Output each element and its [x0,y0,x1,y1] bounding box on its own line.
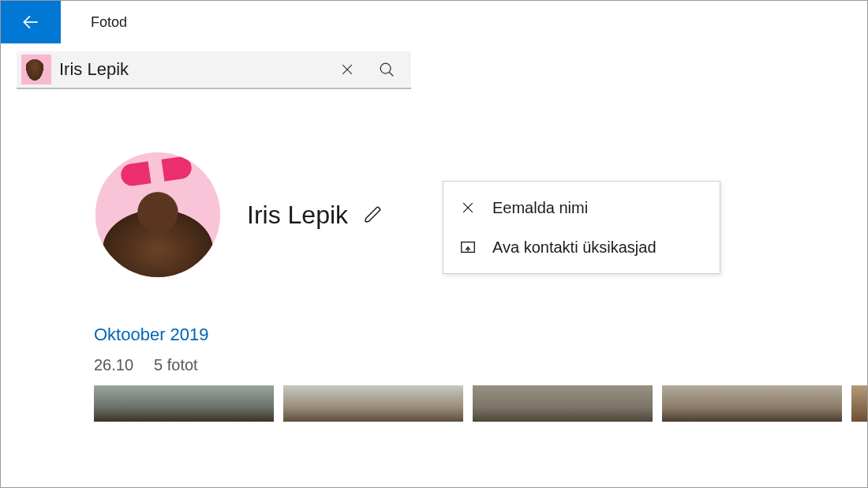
search-icon [378,61,395,78]
profile-avatar[interactable] [95,152,220,277]
menu-item-open-contact[interactable]: Ava kontakti üksikasjad [443,227,720,267]
open-contact-icon [458,237,478,257]
search-input[interactable]: Iris Lepik [59,59,327,80]
photo-thumbnail[interactable] [662,385,842,422]
svg-line-4 [389,72,393,76]
thumbnail-row [94,385,867,422]
search-avatar [21,54,51,84]
menu-item-label: Ava kontakti üksikasjad [492,238,657,257]
search-bar[interactable]: Iris Lepik [17,51,411,89]
profile-name-wrap: Iris Lepik [247,201,387,230]
app-header: Fotod [1,1,867,43]
edit-name-button[interactable] [359,201,387,229]
avatar-image [21,54,51,84]
avatar-image [95,152,220,277]
photo-count: 5 fotot [154,356,198,374]
month-heading[interactable]: Oktoober 2019 [94,325,867,345]
day-row: 26.10 5 fotot [94,356,867,374]
close-icon [339,62,355,77]
day-label: 26.10 [94,356,133,374]
svg-point-3 [380,63,391,73]
search-button[interactable] [367,51,406,88]
photo-thumbnail[interactable] [473,385,653,422]
photo-thumbnail[interactable] [283,385,463,422]
app-title: Fotod [91,14,127,31]
context-menu: Eemalda nimi Ava kontakti üksikasjad [443,181,720,274]
menu-item-remove-name[interactable]: Eemalda nimi [443,188,720,227]
close-icon [458,197,478,218]
timeline-section: Oktoober 2019 26.10 5 fotot [94,325,867,374]
back-button[interactable] [1,1,61,43]
menu-item-label: Eemalda nimi [492,199,588,217]
photo-thumbnail[interactable] [851,385,867,422]
photo-thumbnail[interactable] [94,385,274,422]
profile-name: Iris Lepik [247,201,348,230]
arrow-left-icon [21,12,41,32]
clear-search-button[interactable] [327,51,367,88]
search-bar-container: Iris Lepik [17,51,411,89]
pencil-icon [364,205,383,224]
